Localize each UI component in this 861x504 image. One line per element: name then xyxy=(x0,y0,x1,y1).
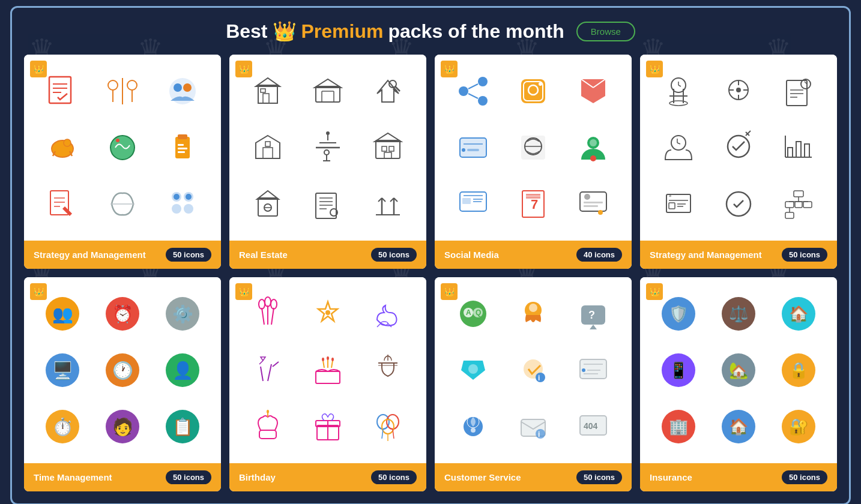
crown-badge-2: 👑 xyxy=(235,61,252,77)
icon-cell xyxy=(359,400,417,454)
svg-rect-94 xyxy=(467,149,479,151)
icon-cell xyxy=(239,177,297,231)
svg-point-32 xyxy=(172,204,181,214)
svg-point-152 xyxy=(727,192,751,216)
svg-point-182 xyxy=(331,358,334,361)
icon-cell xyxy=(770,64,827,118)
icon-cell xyxy=(770,121,827,175)
card-strategy-management-1[interactable]: 👑 xyxy=(24,55,221,269)
icon-cell: 📋 xyxy=(154,400,211,454)
icon-cell xyxy=(239,400,297,454)
card-customer-service[interactable]: 👑 A Q xyxy=(435,277,632,491)
card-images-4: 👑 xyxy=(640,55,837,241)
svg-marker-207 xyxy=(590,325,597,329)
icon-cell xyxy=(359,177,417,231)
card-title-3: Social Media xyxy=(444,250,499,260)
icon-cell xyxy=(299,400,357,454)
title-highlight: Premium xyxy=(301,20,384,43)
svg-point-79 xyxy=(478,77,488,86)
card-images-5: 👑 👥 ⏰ ⚙️ 🖥️ 🕐 👤 xyxy=(24,277,221,463)
svg-point-180 xyxy=(322,358,324,361)
icon-cell xyxy=(564,343,622,397)
icon-cell xyxy=(444,400,502,454)
browse-button[interactable]: Browse xyxy=(576,22,635,41)
svg-point-188 xyxy=(267,410,269,413)
svg-text:404: 404 xyxy=(584,421,598,431)
icon-cell xyxy=(444,121,502,175)
svg-rect-143 xyxy=(805,144,809,157)
svg-point-120 xyxy=(669,101,687,106)
icon-cell: 🔐 xyxy=(770,400,827,454)
svg-point-11 xyxy=(183,83,192,92)
card-images-6: 👑 xyxy=(229,277,426,463)
svg-point-112 xyxy=(584,194,590,200)
icon-cell: 🔒 xyxy=(770,343,827,397)
svg-point-138 xyxy=(728,136,749,157)
svg-text:?: ? xyxy=(588,309,595,321)
icon-cell xyxy=(239,121,297,175)
card-count-3: 40 icons xyxy=(576,248,622,262)
svg-line-163 xyxy=(271,308,274,325)
icon-cell xyxy=(34,121,91,175)
svg-rect-59 xyxy=(389,146,394,151)
svg-point-181 xyxy=(327,356,329,360)
svg-rect-21 xyxy=(178,134,187,139)
svg-text:Q: Q xyxy=(476,308,481,317)
svg-marker-46 xyxy=(256,136,280,158)
svg-point-5 xyxy=(108,80,118,90)
cards-grid: 👑 xyxy=(24,55,837,491)
svg-text:i: i xyxy=(538,430,540,439)
card-images-1: 👑 xyxy=(24,55,221,241)
card-footer-5: Time Management 50 icons xyxy=(24,463,221,491)
svg-rect-176 xyxy=(316,371,340,383)
card-birthday[interactable]: 👑 xyxy=(229,277,426,491)
icon-cell xyxy=(154,64,211,118)
svg-point-33 xyxy=(184,204,193,214)
svg-rect-58 xyxy=(382,146,387,151)
icon-cell xyxy=(299,64,357,118)
svg-rect-22 xyxy=(178,144,184,146)
icon-cell xyxy=(34,177,91,231)
card-footer-8: Insurance 50 icons xyxy=(640,463,837,491)
crown-badge-7: 👑 xyxy=(441,283,458,300)
svg-point-209 xyxy=(468,364,478,374)
icon-cell: 👤 xyxy=(154,343,211,397)
icon-cell: 🏠 xyxy=(710,400,767,454)
svg-rect-148 xyxy=(669,203,675,209)
svg-point-168 xyxy=(325,310,330,315)
page-header: Best 👑 Premium packs of the month Browse xyxy=(24,20,837,43)
icon-cell xyxy=(504,287,562,341)
svg-line-196 xyxy=(393,429,394,439)
icon-cell xyxy=(359,343,417,397)
svg-point-6 xyxy=(127,80,137,90)
icon-cell: 🏢 xyxy=(650,400,707,454)
svg-rect-103 xyxy=(462,198,471,204)
card-insurance[interactable]: 👑 🛡️ ⚖️ 🏠 📱 🏡 🔒 xyxy=(640,277,837,491)
crown-badge-5: 👑 xyxy=(30,283,47,300)
card-images-3: 👑 xyxy=(435,55,632,241)
card-time-management[interactable]: 👑 👥 ⏰ ⚙️ 🖥️ 🕐 👤 xyxy=(24,277,221,491)
card-title-7: Customer Service xyxy=(444,472,521,482)
crown-badge-1: 👑 xyxy=(30,61,47,77)
card-strategy-management-2[interactable]: 👑 xyxy=(640,55,837,269)
svg-point-99 xyxy=(590,139,597,146)
card-real-estate[interactable]: 👑 xyxy=(229,55,426,269)
svg-rect-56 xyxy=(376,140,400,158)
icon-cell xyxy=(359,121,417,175)
svg-point-34 xyxy=(174,194,180,200)
card-images-2: 👑 xyxy=(229,55,426,241)
svg-rect-42 xyxy=(322,91,334,102)
crown-badge-6: 👑 xyxy=(235,283,252,300)
icon-cell xyxy=(444,343,502,397)
card-footer-4: Strategy and Management 50 icons xyxy=(640,241,837,269)
main-container: ♛ ♛ ♛ ♛ ♛ ♛ ♛ ♛ ♛ ♛ ♛ ♛ ♛ ♛ ♛ ♛ ♛ ♛ ♛ ♛ … xyxy=(10,6,851,504)
card-social-media[interactable]: 👑 xyxy=(435,55,632,269)
icon-cell xyxy=(239,343,297,397)
svg-point-115 xyxy=(598,210,603,215)
svg-rect-60 xyxy=(384,152,391,158)
svg-point-14 xyxy=(64,139,71,146)
svg-line-175 xyxy=(273,362,279,367)
icon-cell xyxy=(299,287,357,341)
icon-cell xyxy=(710,64,767,118)
svg-rect-186 xyxy=(259,430,276,439)
